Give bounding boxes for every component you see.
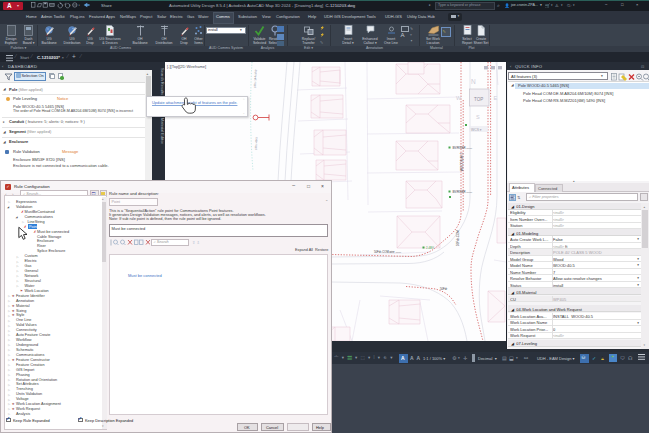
svg-text:WOODB.40.5: WOODB.40.5 — [460, 152, 464, 171]
svg-text:▾: ▾ — [69, 4, 71, 7]
svg-text:BV/RISER ——: BV/RISER —— — [453, 190, 473, 194]
svg-text:▾: ▾ — [78, 4, 80, 7]
svg-text:TOP: TOP — [474, 97, 483, 102]
svg-text:6Fbr-144ct/sp: 6Fbr-144ct/sp — [253, 69, 258, 88]
svg-text:50Fdr-COM: 50Fdr-COM — [456, 230, 460, 246]
svg-text:50Fdr: 50Fdr — [440, 287, 447, 291]
svg-text:50Fdr-COM.wire ——: 50Fdr-COM.wire —— — [374, 250, 401, 254]
svg-text:E: E — [494, 95, 498, 101]
svg-text:▾: ▾ — [62, 4, 64, 7]
svg-text:S: S — [476, 114, 480, 120]
svg-text:N: N — [471, 78, 476, 85]
svg-text:W: W — [456, 95, 462, 101]
svg-text:BV/RISER ——: BV/RISER —— — [453, 146, 473, 150]
svg-text:6Fbr-48ct: 6Fbr-48ct — [254, 137, 258, 150]
svg-text:WCS ▾: WCS ▾ — [471, 128, 482, 132]
svg-text:2-4BV: 2-4BV — [426, 246, 434, 250]
